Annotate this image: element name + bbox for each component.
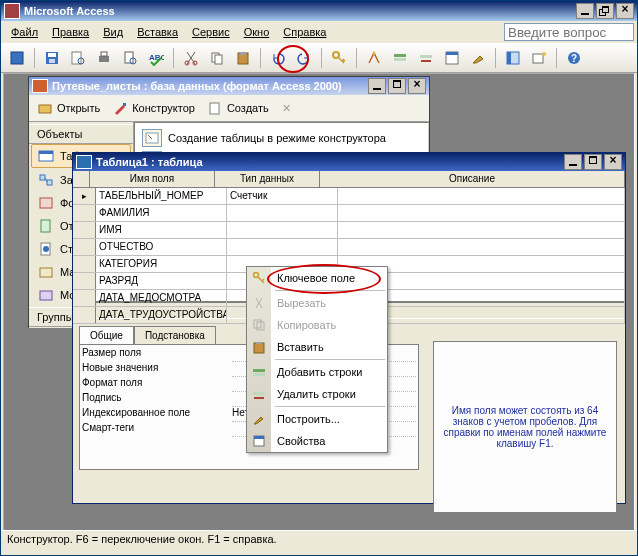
menu-tools[interactable]: Сервис [185, 24, 237, 40]
copy-button[interactable] [205, 46, 229, 70]
db-close[interactable] [408, 78, 426, 94]
undo-button[interactable] [266, 46, 290, 70]
db-title: Путевые_листы : база данных (формат Acce… [52, 80, 368, 92]
indexes-button[interactable] [362, 46, 386, 70]
cell-fieldname[interactable]: ФАМИЛИЯ [96, 205, 227, 221]
database-window-button[interactable] [501, 46, 525, 70]
help-button[interactable]: ? [562, 46, 586, 70]
cell-description[interactable] [338, 188, 625, 204]
ctx-delete-rows[interactable]: Удалить строки [247, 383, 387, 405]
menu-edit[interactable]: Правка [45, 24, 96, 40]
row-selector[interactable] [73, 188, 96, 204]
db-titlebar[interactable]: Путевые_листы : база данных (формат Acce… [29, 77, 429, 95]
ctx-build[interactable]: Построить... [247, 408, 387, 430]
close-button[interactable] [616, 3, 634, 19]
table-minimize[interactable] [564, 154, 582, 170]
cell-fieldname[interactable]: РАЗРЯД [96, 273, 227, 289]
design-row[interactable]: ФАМИЛИЯ [73, 205, 625, 222]
insert-rows-button[interactable] [388, 46, 412, 70]
paste-button[interactable] [231, 46, 255, 70]
ask-a-question[interactable] [504, 23, 634, 41]
tab-lookup[interactable]: Подстановка [134, 326, 216, 344]
row-selector[interactable] [73, 307, 96, 323]
cell-datatype[interactable] [227, 239, 338, 255]
cell-datatype[interactable] [227, 205, 338, 221]
menu-file[interactable]: Файл [4, 24, 45, 40]
cell-fieldname[interactable]: ДАТА_МЕДОСМОТРА [96, 290, 227, 306]
svg-rect-34 [40, 175, 45, 180]
svg-rect-50 [253, 373, 265, 376]
preview-button[interactable] [118, 46, 142, 70]
table-maximize[interactable] [584, 154, 602, 170]
row-selector[interactable] [73, 239, 96, 255]
svg-point-18 [373, 52, 376, 55]
design-row[interactable]: ТАБЕЛЬНЫЙ_НОМЕРСчетчик [73, 188, 625, 205]
svg-rect-47 [254, 343, 264, 353]
ctx-cut[interactable]: Вырезать [247, 292, 387, 314]
delete-rows-button[interactable] [414, 46, 438, 70]
ctx-paste[interactable]: Вставить [247, 336, 387, 358]
ctx-copy[interactable]: Копировать [247, 314, 387, 336]
menu-help[interactable]: Справка [276, 24, 333, 40]
app-icon [4, 3, 20, 19]
cell-description[interactable] [338, 222, 625, 238]
cell-description[interactable] [338, 239, 625, 255]
db-minimize[interactable] [368, 78, 386, 94]
menu-insert[interactable]: Вставка [130, 24, 185, 40]
design-row[interactable]: ИМЯ [73, 222, 625, 239]
filesearch-button[interactable] [66, 46, 90, 70]
col-datatype[interactable]: Тип данных [215, 171, 320, 187]
cell-fieldname[interactable]: ОТЧЕСТВО [96, 239, 227, 255]
property-key: Формат поля [82, 377, 232, 392]
row-selector[interactable] [73, 290, 96, 306]
redo-button[interactable] [292, 46, 316, 70]
wizard-design[interactable]: Создание таблицы в режиме конструктора [139, 127, 424, 149]
save-button[interactable] [40, 46, 64, 70]
svg-rect-31 [210, 103, 219, 114]
db-new[interactable]: Создать [204, 98, 273, 118]
cell-fieldname[interactable]: ИМЯ [96, 222, 227, 238]
row-selector[interactable] [73, 222, 96, 238]
print-button[interactable] [92, 46, 116, 70]
svg-rect-23 [446, 52, 458, 55]
db-open[interactable]: Открыть [34, 98, 104, 118]
view-button[interactable] [5, 46, 29, 70]
menu-window[interactable]: Окно [237, 24, 277, 40]
spell-button[interactable]: ABC [144, 46, 168, 70]
properties-button[interactable] [440, 46, 464, 70]
cell-fieldname[interactable]: ДАТА_ТРУДОУСТРОЙСТВА [96, 307, 227, 323]
primary-key-button[interactable] [327, 46, 351, 70]
col-fieldname[interactable]: Имя поля [90, 171, 215, 187]
ctx-properties[interactable]: Свойства [247, 430, 387, 452]
cell-fieldname[interactable]: КАТЕГОРИЯ [96, 256, 227, 272]
new-object-button[interactable] [527, 46, 551, 70]
tab-general[interactable]: Общие [79, 326, 134, 344]
db-maximize[interactable] [388, 78, 406, 94]
svg-rect-51 [253, 392, 265, 395]
table-close[interactable] [604, 154, 622, 170]
cell-description[interactable] [338, 205, 625, 221]
db-design[interactable]: Конструктор [109, 98, 199, 118]
table-title: Таблица1 : таблица [96, 156, 564, 168]
cell-datatype[interactable]: Счетчик [227, 188, 338, 204]
db-icon [32, 79, 48, 93]
col-description[interactable]: Описание [320, 171, 625, 187]
menu-view[interactable]: Вид [96, 24, 130, 40]
cell-fieldname[interactable]: ТАБЕЛЬНЫЙ_НОМЕР [96, 188, 227, 204]
status-bar: Конструктор. F6 = переключение окон. F1 … [1, 530, 637, 555]
cut-button[interactable] [179, 46, 203, 70]
row-selector[interactable] [73, 256, 96, 272]
svg-rect-30 [123, 103, 126, 106]
svg-rect-26 [533, 54, 543, 63]
table-design-window[interactable]: Таблица1 : таблица Имя поля Тип данных О… [72, 152, 626, 504]
cell-datatype[interactable] [227, 222, 338, 238]
design-row[interactable]: ОТЧЕСТВО [73, 239, 625, 256]
ctx-insert-rows[interactable]: Добавить строки [247, 361, 387, 383]
row-selector[interactable] [73, 273, 96, 289]
ctx-primary-key[interactable]: Ключевое поле [247, 267, 387, 289]
build-button[interactable] [466, 46, 490, 70]
restore-button[interactable] [596, 3, 614, 19]
row-selector[interactable] [73, 205, 96, 221]
minimize-button[interactable] [576, 3, 594, 19]
table-titlebar[interactable]: Таблица1 : таблица [73, 153, 625, 171]
